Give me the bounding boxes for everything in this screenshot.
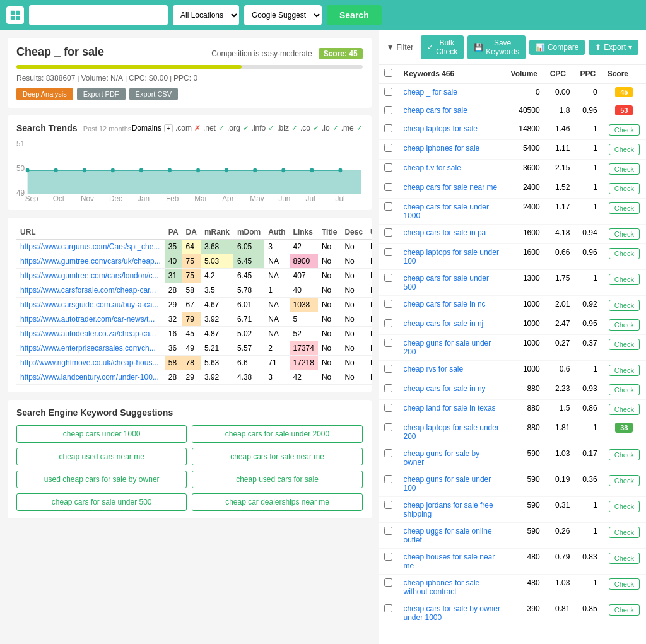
keyword-link[interactable]: cheap uggs for sale online outlet xyxy=(404,527,492,544)
keyword-link[interactable]: cheap houses for sale near me xyxy=(404,553,495,570)
row-checkbox[interactable] xyxy=(384,527,392,535)
keyword-link[interactable]: cheap t.v for sale xyxy=(404,163,461,172)
url-link[interactable]: http://www.rightmove.co.uk/cheap-hous... xyxy=(20,358,158,367)
keyword-link[interactable]: cheap _ for sale xyxy=(404,88,457,97)
check-button[interactable]: Check xyxy=(609,248,640,259)
url-link[interactable]: https://www.autodealer.co.za/cheap-ca... xyxy=(20,329,156,338)
suggestion-button[interactable]: cheap cars for sale under 500 xyxy=(16,493,187,511)
suggestion-button[interactable]: cheap car dealerships near me xyxy=(192,493,362,511)
url-link[interactable]: https://www.landcentury.com/under-100... xyxy=(20,373,159,382)
check-button[interactable]: Check xyxy=(609,578,640,590)
row-checkbox[interactable] xyxy=(384,274,392,282)
check-button[interactable]: Check xyxy=(609,553,640,564)
suggestion-button[interactable]: cheap used cars near me xyxy=(16,448,187,465)
url-link[interactable]: https://www.gumtree.com/cars/london/c... xyxy=(20,271,158,280)
keyword-link[interactable]: cheap cars for sale near me xyxy=(404,183,498,192)
url-link[interactable]: https://www.carsguide.com.au/buy-a-ca... xyxy=(20,300,158,309)
check-button[interactable]: Check xyxy=(609,501,640,512)
filter-button[interactable]: ▼ Filter xyxy=(387,43,414,52)
row-checkbox[interactable] xyxy=(384,339,392,347)
check-button[interactable]: Check xyxy=(609,202,640,214)
export-csv-button[interactable]: Export CSV xyxy=(129,88,178,100)
keyword-link[interactable]: cheap iphones for sale without contract xyxy=(404,578,480,596)
url-link[interactable]: https://www.gumtree.com/cars/uk/cheap... xyxy=(20,257,161,266)
check-button[interactable]: Check xyxy=(609,527,640,538)
keyword-link[interactable]: cheap cars for sale in ny xyxy=(404,384,486,393)
check-button[interactable]: Check xyxy=(609,319,640,331)
deep-analysis-button[interactable]: Deep Analysis xyxy=(16,88,73,100)
check-button[interactable]: Check xyxy=(609,404,640,415)
row-checkbox[interactable] xyxy=(384,183,392,191)
select-all-checkbox[interactable] xyxy=(384,69,392,77)
keyword-link[interactable]: cheap guns for sale by owner xyxy=(404,449,480,467)
row-checkbox[interactable] xyxy=(384,88,392,96)
row-checkbox[interactable] xyxy=(384,228,392,237)
row-checkbox[interactable] xyxy=(384,384,392,392)
check-button[interactable]: Check xyxy=(609,475,640,486)
row-checkbox[interactable] xyxy=(384,163,392,172)
export-button[interactable]: ⬆ Export ▾ xyxy=(589,40,638,55)
check-button[interactable]: Check xyxy=(609,228,640,240)
row-checkbox[interactable] xyxy=(384,475,392,483)
check-button[interactable]: Check xyxy=(609,365,640,376)
row-checkbox[interactable] xyxy=(384,106,392,114)
check-button[interactable]: Check xyxy=(609,300,640,311)
keyword-link[interactable]: cheap cars for sale in nj xyxy=(404,319,484,328)
url-link[interactable]: https://www.enterprisecarsales.com/ch... xyxy=(20,344,156,353)
check-button[interactable]: Check xyxy=(609,384,640,395)
row-checkbox[interactable] xyxy=(384,404,392,412)
row-checkbox[interactable] xyxy=(384,144,392,152)
url-link[interactable]: https://www.autotrader.com/car-news/t... xyxy=(20,315,155,324)
keyword-link[interactable]: cheap laptops for sale under 100 xyxy=(404,248,499,266)
keyword-link[interactable]: cheap cars for sale under 1000 xyxy=(404,202,489,220)
save-keywords-button[interactable]: 💾 Save Keywords xyxy=(467,35,526,59)
check-button[interactable]: Check xyxy=(609,163,640,175)
keyword-link[interactable]: cheap iphones for sale xyxy=(404,144,480,153)
add-domain-icon[interactable]: + xyxy=(164,124,173,132)
row-checkbox[interactable] xyxy=(384,300,392,308)
check-button[interactable]: Check xyxy=(609,144,640,155)
keyword-link[interactable]: cheap cars for sale xyxy=(404,106,467,115)
compare-button[interactable]: 📊 Compare xyxy=(529,40,585,55)
row-checkbox[interactable] xyxy=(384,423,392,431)
keyword-link[interactable]: cheap cars for sale in pa xyxy=(404,228,486,237)
url-link[interactable]: https://www.carsforsale.com/cheap-car... xyxy=(20,286,156,295)
row-checkbox[interactable] xyxy=(384,501,392,509)
check-button[interactable]: Check xyxy=(609,183,640,194)
keyword-link[interactable]: cheap jordans for sale free shipping xyxy=(404,501,493,518)
row-checkbox[interactable] xyxy=(384,124,392,132)
location-select[interactable]: All Locations xyxy=(173,5,239,25)
url-link[interactable]: https://www.cargurus.com/Cars/spt_che... xyxy=(20,242,160,251)
suggestion-button[interactable]: cheap used cars for sale xyxy=(192,471,362,488)
row-checkbox[interactable] xyxy=(384,604,392,612)
keyword-link[interactable]: cheap land for sale in texas xyxy=(404,404,496,413)
keyword-link[interactable]: cheap guns for sale under 100 xyxy=(404,475,491,493)
check-button[interactable]: Check xyxy=(609,604,640,616)
check-button[interactable]: Check xyxy=(609,449,640,460)
keyword-link[interactable]: cheap cars for sale under 500 xyxy=(404,274,489,291)
row-checkbox[interactable] xyxy=(384,365,392,373)
bulk-check-button[interactable]: ✓ Bulk Check xyxy=(421,35,464,59)
keyword-link[interactable]: cheap cars for sale by owner under 1000 xyxy=(404,604,500,622)
keyword-link[interactable]: cheap laptops for sale under 200 xyxy=(404,423,499,441)
search-button[interactable]: Search xyxy=(327,5,382,25)
keyword-link[interactable]: cheap cars for sale in nc xyxy=(404,300,486,308)
row-checkbox[interactable] xyxy=(384,578,392,587)
suggestion-button[interactable]: used cheap cars for sale by owner xyxy=(16,471,187,488)
export-pdf-button[interactable]: Export PDF xyxy=(77,88,126,100)
suggest-select[interactable]: Google Suggest xyxy=(244,5,322,25)
suggestion-button[interactable]: cheap cars under 1000 xyxy=(16,425,187,443)
check-button[interactable]: Check xyxy=(609,124,640,136)
keyword-link[interactable]: cheap rvs for sale xyxy=(404,365,464,373)
row-checkbox[interactable] xyxy=(384,202,392,211)
row-checkbox[interactable] xyxy=(384,449,392,457)
row-checkbox[interactable] xyxy=(384,319,392,327)
check-button[interactable]: Check xyxy=(609,339,640,350)
suggestion-button[interactable]: cheap cars for sale under 2000 xyxy=(192,425,362,443)
row-checkbox[interactable] xyxy=(384,553,392,561)
keyword-link[interactable]: cheap laptops for sale xyxy=(404,124,478,133)
check-button[interactable]: Check xyxy=(609,274,640,285)
suggestion-button[interactable]: cheap cars for sale near me xyxy=(192,448,362,465)
row-checkbox[interactable] xyxy=(384,248,392,256)
keyword-link[interactable]: cheap guns for sale under 200 xyxy=(404,339,491,356)
